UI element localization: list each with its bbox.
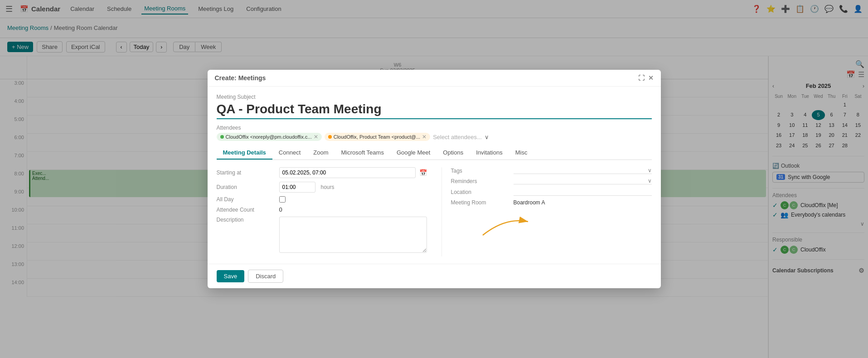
discard-button[interactable]: Discard <box>248 270 283 283</box>
location-input[interactable] <box>514 188 652 196</box>
subject-input[interactable] <box>217 102 652 119</box>
tab-invitations[interactable]: Invitations <box>470 146 509 160</box>
description-input[interactable] <box>279 217 427 253</box>
expand-icon[interactable]: ⛶ <box>638 74 645 82</box>
tab-meeting-details[interactable]: Meeting Details <box>217 146 272 160</box>
tab-microsoft-teams[interactable]: Microsoft Teams <box>335 146 390 160</box>
attendee-name-1: CloudOffix <noreply@pm.cloudoffix.c... <box>226 134 312 140</box>
tags-row: Tags ∨ <box>451 167 652 174</box>
starting-at-input[interactable] <box>279 167 416 178</box>
close-icon[interactable]: ✕ <box>648 74 654 82</box>
modal-header: Create: Meetings ⛶ ✕ <box>208 70 661 87</box>
duration-row: Duration hours <box>217 182 427 193</box>
attendees-field-label: Attendees <box>217 125 652 131</box>
form-left-col: Starting at 📅 Duration hours All Day <box>217 167 427 256</box>
reminders-dropdown-icon: ∨ <box>648 178 652 184</box>
location-row: Location <box>451 188 652 196</box>
attendee-dot-2 <box>328 135 332 139</box>
modal-title: Create: Meetings <box>215 74 266 82</box>
tags-label: Tags <box>451 168 510 174</box>
starting-at-row: Starting at 📅 <box>217 167 427 178</box>
subject-label: Meeting Subject <box>217 94 652 100</box>
modal-footer: Save Discard <box>208 264 661 288</box>
attendees-field: Attendees CloudOffix <noreply@pm.cloudof… <box>217 125 652 141</box>
tab-connect[interactable]: Connect <box>272 146 307 160</box>
attendee-count-row: Attendee Count 0 <box>217 206 427 213</box>
tab-misc[interactable]: Misc <box>509 146 534 160</box>
modal-overlay: Create: Meetings ⛶ ✕ Meeting Subject Att… <box>0 0 868 358</box>
starting-at-label: Starting at <box>217 169 276 176</box>
modal-header-icons: ⛶ ✕ <box>638 74 654 82</box>
all-day-row: All Day <box>217 196 427 203</box>
modal-tabs: Meeting Details Connect Zoom Microsoft T… <box>217 146 652 160</box>
description-label: Description <box>217 217 276 223</box>
meeting-details-content: Starting at 📅 Duration hours All Day <box>217 167 652 256</box>
reminders-select[interactable]: ∨ <box>514 178 652 184</box>
tags-dropdown-icon: ∨ <box>648 167 652 174</box>
meeting-room-row: Meeting Room Boardroom A <box>451 199 652 206</box>
attendees-dropdown-arrow[interactable]: ∨ <box>485 134 489 140</box>
tab-zoom[interactable]: Zoom <box>307 146 335 160</box>
meeting-room-label: Meeting Room <box>451 199 510 206</box>
tab-options[interactable]: Options <box>436 146 470 160</box>
attendee-close-2[interactable]: ✕ <box>422 134 427 140</box>
attendee-tag-2: CloudOffix, Product Team <product@... ✕ <box>325 133 430 141</box>
reminders-label: Reminders <box>451 178 510 184</box>
save-button[interactable]: Save <box>217 270 245 282</box>
reminders-row: Reminders ∨ <box>451 178 652 184</box>
attendee-dot-1 <box>220 135 224 139</box>
modal-create-meetings: Create: Meetings ⛶ ✕ Meeting Subject Att… <box>208 70 661 288</box>
attendee-name-2: CloudOffix, Product Team <product@... <box>334 134 420 140</box>
modal-body: Meeting Subject Attendees CloudOffix <no… <box>208 87 661 264</box>
attendees-row: CloudOffix <noreply@pm.cloudoffix.c... ✕… <box>217 133 652 141</box>
attendee-tag-1: CloudOffix <noreply@pm.cloudoffix.c... ✕ <box>217 133 322 141</box>
all-day-checkbox[interactable] <box>279 196 286 203</box>
arrow-svg <box>478 213 533 240</box>
description-row: Description <box>217 217 427 253</box>
duration-input[interactable] <box>279 182 315 193</box>
attendee-count-value: 0 <box>279 206 282 213</box>
calendar-picker-icon[interactable]: 📅 <box>419 169 427 176</box>
all-day-label: All Day <box>217 196 276 203</box>
attendee-count-label: Attendee Count <box>217 207 276 213</box>
hours-label: hours <box>321 184 335 190</box>
location-label: Location <box>451 189 510 195</box>
tab-google-meet[interactable]: Google Meet <box>390 146 436 160</box>
attendee-close-1[interactable]: ✕ <box>314 134 318 140</box>
duration-label: Duration <box>217 184 276 190</box>
tags-select[interactable]: ∨ <box>514 167 652 174</box>
select-attendees-placeholder[interactable]: Select attendees... <box>433 134 482 140</box>
meeting-room-value: Boardroom A <box>514 199 545 206</box>
arrow-annotation <box>478 213 533 241</box>
form-right-col: Tags ∨ Reminders ∨ Location <box>441 167 652 256</box>
